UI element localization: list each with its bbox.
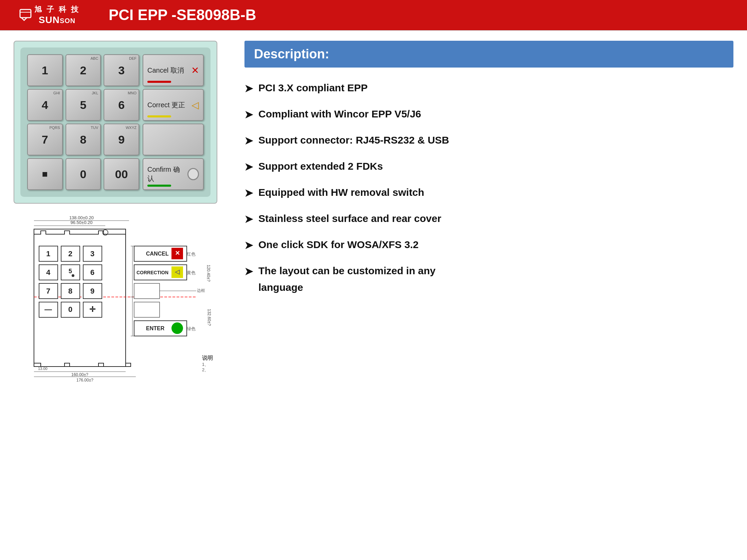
- dim-top1: 138.00±0.20: [69, 215, 94, 220]
- bottom-notches: [34, 363, 131, 367]
- dim-right2: 132.60±?: [207, 309, 212, 326]
- keypad-func-col: Cancel 取消 ✕ Correct 更正 ◁ Confirm 确认: [143, 54, 204, 190]
- logo-icon: [19, 8, 32, 22]
- bullet-item-5: ➤ Equipped with HW removal switch: [244, 186, 733, 200]
- confirm-icon: [187, 168, 199, 180]
- bullet-item-6: ➤ Stainless steel surface and rear cover: [244, 212, 733, 226]
- left-column: 1 ABC2 DEF3 GHI4 JKL5 MNO6 PQRS7 TUV8 WX…: [14, 41, 224, 384]
- bullet-text-8-line2: language: [258, 281, 733, 294]
- header: 旭 子 科 技 SUN SON PCI EPP -SE8098B-B: [0, 0, 747, 31]
- bullet-item-3: ➤ Support connector: RJ45-RS232 & USB: [244, 133, 733, 147]
- svg-text:7: 7: [46, 287, 50, 295]
- bullet-item-7: ➤ One click SDK for WOSA/XFS 3.2: [244, 238, 733, 252]
- logo-chinese: 旭 子 科 技: [34, 4, 80, 15]
- correct-label: Correct 更正: [147, 100, 185, 110]
- sch-cancel-label: CANCEL: [146, 251, 169, 257]
- bullet-text-7: One click SDK for WOSA/XFS 3.2: [258, 238, 733, 251]
- keypad-numpad: 1 ABC2 DEF3 GHI4 JKL5 MNO6 PQRS7 TUV8 WX…: [27, 54, 139, 190]
- key-dot[interactable]: ■: [27, 158, 63, 190]
- bullet-arrow-5: ➤: [244, 186, 253, 200]
- bullet-text-8-line1: The layout can be customized in any: [258, 264, 733, 277]
- confirm-label: Confirm 确认: [147, 165, 184, 183]
- dim-bottom1: 160.00±?: [71, 372, 88, 377]
- bullet-arrow-3: ➤: [244, 134, 253, 147]
- key-2[interactable]: ABC2: [66, 54, 101, 86]
- bullet-text-1: PCI 3.X compliant EPP: [258, 81, 733, 94]
- right-column: Description: ➤ PCI 3.X compliant EPP ➤ C…: [238, 41, 733, 384]
- sch-enter-color: 绿色: [187, 326, 196, 331]
- svg-text:✕: ✕: [175, 250, 180, 257]
- logo-text: 旭 子 科 技 SUN SON: [34, 4, 80, 25]
- svg-rect-0: [20, 10, 31, 18]
- key-9[interactable]: WXYZ9: [104, 124, 139, 155]
- sch-correction-label: CORRECTION: [136, 270, 168, 275]
- key-5[interactable]: JKL5: [66, 89, 101, 121]
- dim-bottom2: 176.00±?: [76, 378, 93, 382]
- correct-icon: ◁: [192, 99, 199, 111]
- svg-text:1: 1: [46, 249, 50, 258]
- confirm-key[interactable]: Confirm 确认: [143, 158, 204, 190]
- svg-text:2: 2: [68, 249, 72, 258]
- bullet-arrow-4: ➤: [244, 160, 253, 173]
- logo-sun: SUN: [39, 15, 60, 25]
- empty-func-key: [143, 124, 204, 155]
- svg-text:9: 9: [90, 287, 94, 295]
- bullet-text-4: Support extended 2 FDKs: [258, 160, 733, 173]
- logo-son: SON: [60, 17, 75, 25]
- correct-key[interactable]: Correct 更正 ◁: [143, 89, 204, 121]
- cancel-label: Cancel 取消: [147, 66, 184, 75]
- svg-text:◁: ◁: [175, 268, 180, 275]
- dim-right1: 120.40±?: [206, 265, 211, 282]
- bullet-text-3: Support connector: RJ45-RS232 & USB: [258, 133, 733, 147]
- bullet-list: ➤ PCI 3.X compliant EPP ➤ Compliant with…: [244, 81, 733, 294]
- logo-area: 旭 子 科 技 SUN SON: [0, 0, 98, 30]
- key-4[interactable]: GHI4: [27, 89, 63, 121]
- key-6[interactable]: MNO6: [104, 89, 139, 121]
- dim-corner: 13.00: [38, 367, 48, 371]
- key-8[interactable]: TUV8: [66, 124, 101, 155]
- page-title: PCI EPP -SE8098B-B: [109, 6, 256, 23]
- bullet-item-2: ➤ Compliant with Wincor EPP V5/J6: [244, 107, 733, 121]
- header-title-area: PCI EPP -SE8098B-B: [98, 0, 747, 30]
- note-header: 说明: [202, 355, 213, 361]
- sch-5-dot: [72, 274, 74, 277]
- key-3[interactable]: DEF3: [104, 54, 139, 86]
- cancel-icon: ✕: [191, 65, 199, 76]
- key-1[interactable]: 1: [27, 54, 63, 86]
- sch-enter-icon: [171, 322, 183, 334]
- sch-enter-label: ENTER: [146, 325, 165, 331]
- key-7[interactable]: PQRS7: [27, 124, 63, 155]
- sch-empty-bottom: [134, 302, 160, 317]
- cancel-key[interactable]: Cancel 取消 ✕: [143, 54, 204, 86]
- svg-text:—: —: [44, 305, 52, 314]
- note-line2: 2、: [202, 367, 209, 372]
- sch-cancel-color: 红色: [187, 251, 196, 257]
- bullet-item-4: ➤ Support extended 2 FDKs: [244, 160, 733, 173]
- sch-correction-color: 黄色: [187, 270, 196, 275]
- svg-text:0: 0: [68, 305, 72, 314]
- keypad-inner: 1 ABC2 DEF3 GHI4 JKL5 MNO6 PQRS7 TUV8 WX…: [20, 48, 211, 197]
- bullet-item-1: ➤ PCI 3.X compliant EPP: [244, 81, 733, 95]
- bullet-text-5: Equipped with HW removal switch: [258, 186, 733, 199]
- bullet-arrow-8: ➤: [244, 265, 253, 278]
- bullet-text-2: Compliant with Wincor EPP V5/J6: [258, 107, 733, 120]
- schematic-wrapper: 138.00±0.20 96.50±0.20: [14, 214, 217, 384]
- key-0[interactable]: 0: [66, 158, 101, 190]
- svg-text:8: 8: [68, 287, 72, 295]
- bullet-arrow-2: ➤: [244, 108, 253, 121]
- key-00[interactable]: 00: [104, 158, 139, 190]
- bullet-text-8: The layout can be customized in any lang…: [258, 264, 733, 294]
- bullet-arrow-1: ➤: [244, 82, 253, 95]
- bullet-arrow-7: ➤: [244, 239, 253, 252]
- bullet-text-6: Stainless steel surface and rear cover: [258, 212, 733, 225]
- correct-bar: [147, 115, 171, 117]
- keypad-photo: 1 ABC2 DEF3 GHI4 JKL5 MNO6 PQRS7 TUV8 WX…: [14, 41, 217, 204]
- sch-frame-label: 边框: [197, 288, 205, 293]
- confirm-bar: [147, 185, 171, 187]
- bullet-arrow-6: ➤: [244, 212, 253, 226]
- cancel-bar: [147, 81, 171, 83]
- svg-text:5: 5: [69, 268, 72, 275]
- svg-text:6: 6: [90, 268, 94, 277]
- schematic-svg: 138.00±0.20 96.50±0.20: [14, 214, 217, 384]
- svg-text:4: 4: [46, 268, 51, 277]
